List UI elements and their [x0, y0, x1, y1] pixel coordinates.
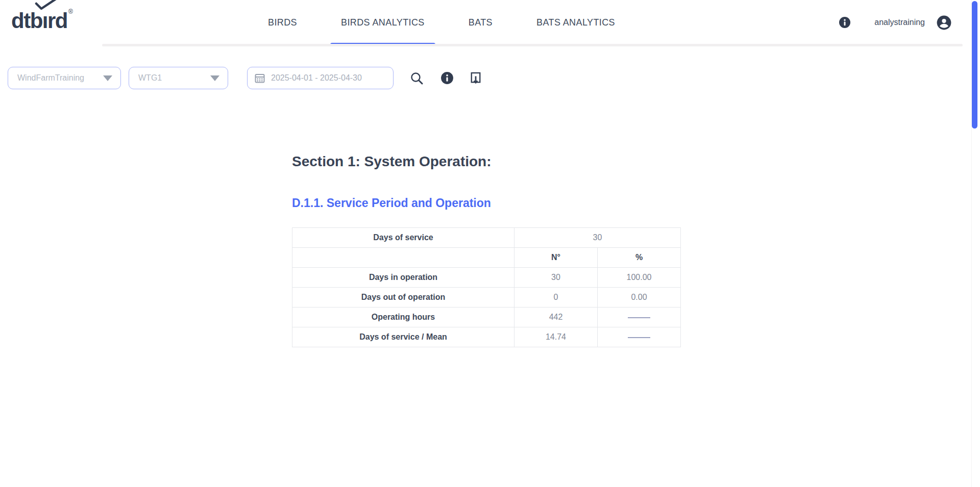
subsection-title: D.1.1. Service Period and Operation: [292, 196, 700, 210]
table-row: Days of service 30: [292, 228, 681, 248]
chevron-down-icon: [103, 75, 112, 81]
row-label: Days of service: [292, 228, 514, 248]
row-label: Days in operation: [292, 268, 514, 288]
logo-text-pre: dtb: [11, 9, 42, 33]
row-pct-value: 0.00: [598, 288, 681, 307]
user-avatar-icon[interactable]: [937, 15, 951, 30]
table-row: Days of service / Mean 14.74: [292, 327, 681, 347]
table-row: Operating hours 442: [292, 307, 681, 327]
windfarm-select[interactable]: WindFarmTraining: [8, 67, 121, 89]
row-label: Days out of operation: [292, 288, 514, 307]
turbine-select[interactable]: WTG1: [129, 67, 228, 89]
header-right-cluster: analystraining: [839, 0, 951, 45]
empty-cell: [292, 248, 514, 268]
section-title: Section 1: System Operation:: [292, 153, 700, 170]
row-n-value: 0: [514, 288, 598, 307]
info-icon[interactable]: [839, 16, 851, 29]
row-pct-empty: [598, 327, 681, 347]
column-header-n: N°: [514, 248, 598, 268]
table-header-row: N° %: [292, 248, 681, 268]
service-period-table: Days of service 30 N° % Days in operatio…: [292, 227, 681, 347]
logo-text-post: rd: [47, 9, 67, 33]
scrollbar-track[interactable]: [971, 0, 980, 487]
windfarm-select-value: WindFarmTraining: [17, 73, 84, 83]
row-label: Operating hours: [292, 307, 514, 327]
column-header-pct: %: [598, 248, 681, 268]
scrollbar-thumb[interactable]: [972, 1, 977, 129]
page: dtbırd® BIRDS BIRDS ANALYTICS BATS BATS …: [0, 0, 980, 487]
table-row: Days out of operation 0 0.00: [292, 288, 681, 307]
row-n-value: 442: [514, 307, 598, 327]
report-content: Section 1: System Operation: D.1.1. Serv…: [292, 0, 700, 347]
row-pct-empty: [598, 307, 681, 327]
turbine-select-value: WTG1: [138, 73, 162, 83]
no-value-dash: [628, 317, 650, 318]
row-n-value: 30: [514, 268, 598, 288]
logo-letter-i: ı: [42, 9, 47, 33]
username-label: analystraining: [874, 18, 925, 27]
row-n-value: 14.74: [514, 327, 598, 347]
checkmark-icon: [35, 0, 58, 11]
calendar-icon: [255, 73, 265, 83]
row-label: Days of service / Mean: [292, 327, 514, 347]
row-value: 30: [514, 228, 681, 248]
table-row: Days in operation 30 100.00: [292, 268, 681, 288]
no-value-dash: [628, 337, 650, 338]
dtbird-logo[interactable]: dtbırd®: [11, 8, 73, 33]
row-pct-value: 100.00: [598, 268, 681, 288]
registered-trademark: ®: [68, 8, 73, 15]
chevron-down-icon: [210, 75, 219, 81]
